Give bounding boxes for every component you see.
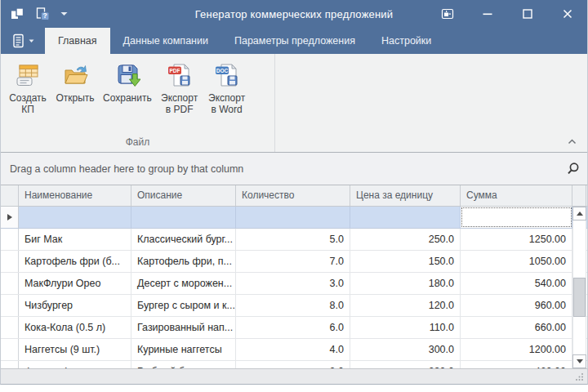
- scroll-thumb[interactable]: [573, 278, 586, 317]
- scroll-up-button[interactable]: [572, 207, 586, 220]
- app-window: ? Генератор коммерческих предложений: [0, 0, 588, 385]
- cell-unit-price[interactable]: 300.0: [350, 339, 461, 360]
- scroll-track[interactable]: [572, 220, 586, 354]
- doc-badge-text: DOC: [216, 68, 228, 74]
- export-word-button[interactable]: DOC Экспорт в Word: [203, 60, 251, 118]
- row-indicator[interactable]: [1, 317, 19, 338]
- table-row: Кока-Кола (0.5 л) Газированный нап... 6.…: [1, 317, 587, 339]
- button-label: в Word: [212, 104, 243, 115]
- table-row: Наггетсы (9 шт.) Куриные наггетсы 4.0 30…: [1, 339, 587, 361]
- row-indicator[interactable]: [1, 273, 19, 294]
- cell-description[interactable]: Классический бург...: [131, 229, 236, 250]
- cell-name[interactable]: МакФлури Орео: [19, 273, 131, 294]
- new-row-cell-quantity[interactable]: [236, 207, 350, 228]
- ribbon-collapse-button[interactable]: [566, 137, 577, 145]
- cell-unit-price[interactable]: 180.0: [350, 273, 461, 294]
- group-by-panel[interactable]: Drag a column header here to group by th…: [1, 153, 587, 185]
- cell-sum[interactable]: 660.00: [461, 317, 572, 338]
- cell-name[interactable]: Филе-о-Фиш: [19, 361, 131, 368]
- tab-dannye-kompanii[interactable]: Данные компании: [110, 28, 221, 54]
- app-menu-button[interactable]: [1, 28, 45, 54]
- cell-description[interactable]: Картофель фри, п...: [131, 251, 236, 272]
- minimize-icon: [483, 14, 492, 16]
- group-by-panel-text: Drag a column header here to group by th…: [10, 163, 243, 175]
- create-kp-button[interactable]: Создать КП: [4, 60, 51, 118]
- new-row-cell-name[interactable]: [19, 207, 131, 228]
- new-row-cell-description[interactable]: [131, 207, 236, 228]
- proposal-items-grid: Наименование Описание Количество Цена за…: [1, 185, 587, 368]
- cell-description[interactable]: Десерт с морожен...: [131, 273, 236, 294]
- maximize-button[interactable]: [507, 0, 547, 28]
- row-indicator[interactable]: [1, 295, 19, 316]
- cascade-windows-icon[interactable]: [11, 7, 24, 20]
- cell-quantity[interactable]: 7.0: [236, 251, 350, 272]
- cell-name[interactable]: Наггетсы (9 шт.): [19, 339, 131, 360]
- cell-sum[interactable]: 960.00: [461, 295, 572, 316]
- cell-unit-price[interactable]: 230.0: [350, 361, 461, 368]
- minimize-button[interactable]: [467, 0, 507, 28]
- vertical-scrollbar[interactable]: [572, 207, 586, 368]
- cell-description[interactable]: Бургер с сыром и к...: [131, 295, 236, 316]
- cell-quantity[interactable]: 6.0: [236, 317, 350, 338]
- cell-sum[interactable]: 1050.00: [461, 251, 572, 272]
- pdf-badge-text: PDF: [169, 68, 180, 74]
- help-file-icon[interactable]: ?: [35, 7, 50, 21]
- grid-header-row: Наименование Описание Количество Цена за…: [1, 185, 587, 207]
- new-row-cell-unit-price[interactable]: [350, 207, 461, 228]
- row-indicator[interactable]: [1, 229, 19, 250]
- create-proposal-icon: [15, 62, 41, 88]
- cell-unit-price[interactable]: 250.0: [350, 229, 461, 250]
- cell-name[interactable]: Чизбургер: [19, 295, 131, 316]
- cell-sum[interactable]: 1200.00: [461, 339, 572, 360]
- ribbon-buttons: Создать КП Открыть: [1, 54, 274, 118]
- cell-description[interactable]: Газированный нап...: [131, 317, 236, 338]
- cell-sum[interactable]: 1250.00: [461, 229, 572, 250]
- tab-nastroyki[interactable]: Настройки: [368, 28, 444, 54]
- row-indicator[interactable]: [1, 251, 19, 272]
- cell-unit-price[interactable]: 110.0: [350, 317, 461, 338]
- cell-name[interactable]: Кока-Кола (0.5 л): [19, 317, 131, 338]
- window-box-icon[interactable]: [427, 0, 467, 28]
- app-menu-dropdown-icon: [29, 39, 34, 43]
- tab-glavnaya[interactable]: Главная: [45, 28, 110, 54]
- resize-grip[interactable]: [575, 372, 584, 381]
- cell-quantity[interactable]: 8.0: [236, 295, 350, 316]
- open-button[interactable]: Открыть: [51, 60, 99, 106]
- cell-quantity[interactable]: 3.0: [236, 273, 350, 294]
- column-header-unit-price[interactable]: Цена за единицу: [350, 185, 461, 206]
- cell-name[interactable]: Картофель фри (б...: [19, 251, 131, 272]
- table-row: Филе-о-Фиш Рыбный бургер с с... 2.0 230.…: [1, 361, 587, 368]
- ribbon-tab-row: Главная Данные компании Параметры предло…: [1, 28, 587, 54]
- save-button[interactable]: Сохранить: [99, 60, 156, 106]
- cell-description[interactable]: Куриные наггетсы: [131, 339, 236, 360]
- row-indicator[interactable]: [1, 339, 19, 360]
- cell-unit-price[interactable]: 120.0: [350, 295, 461, 316]
- cell-sum[interactable]: 540.00: [461, 273, 572, 294]
- ribbon-group-file: Создать КП Открыть: [1, 54, 275, 152]
- export-pdf-button[interactable]: PDF Экспорт в PDF: [156, 60, 203, 118]
- column-header-sum[interactable]: Сумма: [461, 185, 572, 206]
- new-item-row: [1, 207, 587, 229]
- cell-sum[interactable]: 460.00: [461, 361, 572, 368]
- cell-description[interactable]: Рыбный бургер с с...: [131, 361, 236, 368]
- button-label: КП: [21, 104, 34, 115]
- cell-quantity[interactable]: 5.0: [236, 229, 350, 250]
- search-button[interactable]: [566, 162, 580, 176]
- cell-quantity[interactable]: 4.0: [236, 339, 350, 360]
- scroll-down-button[interactable]: [572, 354, 586, 368]
- window-controls: [427, 0, 587, 28]
- cell-quantity[interactable]: 2.0: [236, 361, 350, 368]
- button-label: Сохранить: [103, 92, 152, 104]
- tab-parametry-predlozheniya[interactable]: Параметры предложения: [221, 28, 368, 54]
- column-header-description[interactable]: Описание: [131, 185, 236, 206]
- column-header-name[interactable]: Наименование: [19, 185, 131, 206]
- new-row-cell-sum-focused[interactable]: [461, 207, 572, 228]
- cell-unit-price[interactable]: 150.0: [350, 251, 461, 272]
- column-header-quantity[interactable]: Количество: [236, 185, 350, 206]
- cell-name[interactable]: Биг Мак: [19, 229, 131, 250]
- qat-dropdown-icon[interactable]: [60, 11, 68, 16]
- status-area: [1, 368, 587, 384]
- close-button[interactable]: [547, 0, 587, 28]
- row-indicator[interactable]: [1, 361, 19, 368]
- column-header-stub: [572, 185, 586, 206]
